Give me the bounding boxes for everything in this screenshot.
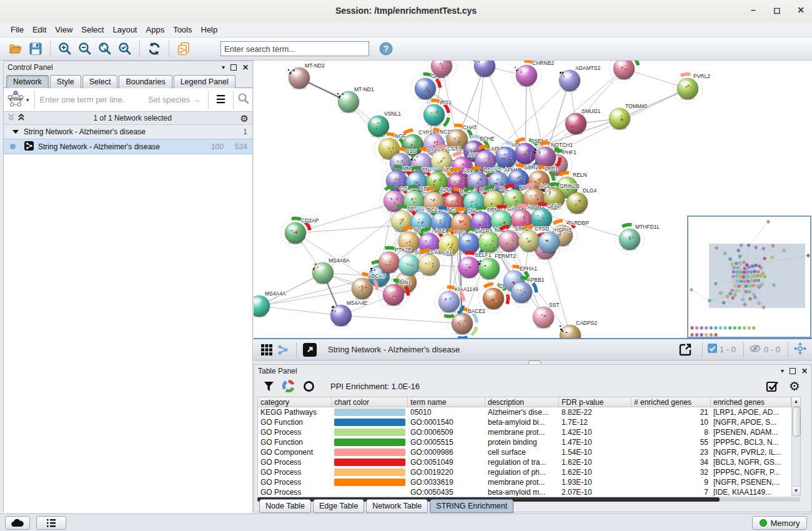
selected-checkbox-icon[interactable] — [708, 344, 717, 355]
select-all-icon[interactable] — [764, 378, 780, 394]
panel-close-icon[interactable]: ✕ — [801, 368, 808, 374]
table-row[interactable]: GO FunctionGO:0005515protein binding1.47… — [258, 437, 800, 447]
collection-expander-icon[interactable] — [12, 130, 19, 134]
tab-legend-panel[interactable]: Legend Panel — [174, 75, 235, 88]
network-edge[interactable] — [259, 306, 341, 315]
network-node[interactable]: MT-ND2 — [288, 62, 325, 90]
panel-float-icon[interactable] — [230, 64, 237, 71]
network-collection-row[interactable]: String Network - Alzheimer's disease 1 — [4, 125, 252, 139]
panel-close-icon[interactable]: ✕ — [242, 64, 249, 71]
column-header-1[interactable]: chart color — [332, 397, 408, 407]
network-node[interactable]: TOMM40 — [609, 103, 648, 131]
column-header-5[interactable]: # enriched genes — [631, 397, 711, 407]
scroll-down-icon[interactable]: ▼ — [792, 486, 800, 495]
menu-apps[interactable]: Apps — [142, 24, 169, 36]
minimize-icon[interactable]: – — [748, 5, 758, 15]
help-icon[interactable]: ? — [378, 41, 394, 57]
tab-edge-table[interactable]: Edge Table — [313, 499, 364, 513]
network-node[interactable]: MTHFD1L — [615, 224, 660, 254]
export-icon[interactable] — [677, 342, 693, 358]
share-icon[interactable] — [275, 342, 291, 358]
vertical-scrollbar[interactable]: ▲ ▼ — [791, 397, 801, 496]
network-node[interactable]: ADAMTS2 — [559, 65, 600, 92]
column-header-4[interactable]: FDR p-value — [559, 397, 631, 407]
gear-icon[interactable]: ⚙ — [240, 114, 249, 123]
network-node[interactable]: MS4A4A — [254, 290, 286, 318]
network-node[interactable]: CHRNB2 — [512, 61, 555, 91]
string-search-icon[interactable] — [237, 92, 250, 107]
expand-all-icon[interactable] — [17, 112, 25, 124]
tab-node-table[interactable]: Node Table — [259, 499, 311, 513]
string-db-dropdown-icon[interactable]: ▾ — [26, 97, 29, 103]
tab-network[interactable]: Network — [6, 75, 49, 88]
panel-float-icon[interactable] — [790, 368, 796, 374]
menu-file[interactable]: File — [6, 24, 28, 36]
string-options-icon[interactable]: ☰ — [212, 93, 229, 106]
menu-layout[interactable]: Layout — [108, 24, 141, 36]
cloud-button[interactable] — [5, 516, 30, 530]
hidden-eye-icon[interactable] — [749, 344, 761, 356]
menu-edit[interactable]: Edit — [28, 24, 51, 36]
table-row[interactable]: GO ProcessGO:0033619membrane prot...1.93… — [258, 477, 800, 487]
column-header-3[interactable]: description — [485, 397, 559, 407]
table-row[interactable]: GO ProcessGO:0050435beta-amyloid m...2.0… — [258, 487, 800, 496]
grid-icon[interactable] — [259, 342, 275, 358]
filter-funnel-icon[interactable] — [260, 378, 277, 394]
network-node[interactable]: CADPS2 — [560, 320, 598, 338]
birds-eye-view[interactable] — [687, 216, 811, 338]
menu-help[interactable]: Help — [197, 24, 222, 36]
column-header-0[interactable]: category — [258, 397, 332, 407]
network-node[interactable]: PVRL2 — [673, 73, 711, 104]
zoom-fit-icon[interactable] — [97, 41, 113, 57]
search-input[interactable] — [220, 41, 369, 56]
network-node[interactable]: MS4A6A — [312, 257, 350, 285]
save-session-icon[interactable] — [27, 41, 44, 57]
menu-select[interactable]: Select — [77, 24, 108, 36]
tab-style[interactable]: Style — [50, 75, 81, 88]
gear-icon[interactable]: ⚙ — [789, 382, 800, 391]
table-row[interactable]: GO ProcessGO:0006509membrane prot...1.42… — [258, 427, 800, 437]
column-header-2[interactable]: term name — [408, 397, 485, 407]
maximize-icon[interactable]: ◻ — [772, 5, 782, 15]
zoom-selected-icon[interactable] — [117, 41, 133, 57]
network-node[interactable]: MT-ND1 — [337, 86, 374, 114]
network-canvas[interactable]: MT-ND2MT-ND1VSNL1GAB2SNAP91CHRNA7CHRNB2A… — [254, 61, 812, 338]
table-row[interactable]: GO FunctionGO:0001540beta-amyloid bi...1… — [258, 417, 800, 427]
navigate-compass-icon[interactable] — [793, 342, 807, 358]
panel-menu-icon[interactable]: ▾ — [222, 64, 225, 71]
zoom-out-icon[interactable] — [77, 41, 93, 57]
ring-chart-icon[interactable] — [300, 378, 317, 394]
table-row[interactable]: GO ProcessGO:0019220regulation of ph...1… — [258, 467, 800, 477]
tab-boundaries[interactable]: Boundaries — [119, 75, 172, 88]
network-node[interactable]: CD2AP — [281, 217, 319, 248]
scroll-up-icon[interactable]: ▲ — [792, 397, 800, 407]
menu-tools[interactable]: Tools — [169, 24, 196, 36]
network-node[interactable]: SNAP91 — [427, 61, 468, 81]
tab-network-table[interactable]: Network Table — [366, 499, 428, 513]
tab-select[interactable]: Select — [82, 75, 118, 88]
panel-menu-icon[interactable]: ▾ — [781, 368, 784, 374]
network-node[interactable]: IRS1 — [420, 99, 452, 130]
task-list-button[interactable] — [36, 516, 66, 530]
zoom-in-icon[interactable] — [57, 41, 73, 57]
table-row[interactable]: GO ComponentGO:0009986cell surface1.54E-… — [258, 447, 800, 457]
column-header-6[interactable]: enriched genes — [711, 397, 791, 407]
memory-button[interactable]: Memory — [752, 516, 807, 530]
network-node[interactable]: SORCS3 — [610, 61, 652, 84]
species-hint[interactable]: Set species → — [148, 95, 201, 104]
refresh-icon[interactable] — [146, 41, 162, 57]
string-query-input[interactable] — [39, 94, 148, 105]
import-network-icon[interactable] — [176, 41, 192, 57]
open-external-icon[interactable] — [302, 342, 318, 358]
string-logo-icon[interactable]: STRING — [6, 89, 25, 111]
table-row[interactable]: KEGG Pathways05010Alzheimer's dise...8.8… — [258, 407, 800, 417]
donut-chart-icon[interactable] — [280, 378, 297, 394]
tab-string-enrichment[interactable]: STRING Enrichment — [430, 499, 513, 513]
menu-view[interactable]: View — [51, 24, 77, 36]
network-row-selected[interactable]: String Network - Alzheimer's disease 100… — [4, 139, 252, 154]
close-icon[interactable]: ✕ — [796, 5, 806, 15]
open-session-icon[interactable] — [7, 41, 24, 57]
network-node[interactable]: CHRNA7 — [473, 61, 513, 78]
table-row[interactable]: GO ProcessGO:0051049regulation of tra...… — [258, 457, 800, 467]
collapse-all-icon[interactable] — [7, 112, 15, 124]
